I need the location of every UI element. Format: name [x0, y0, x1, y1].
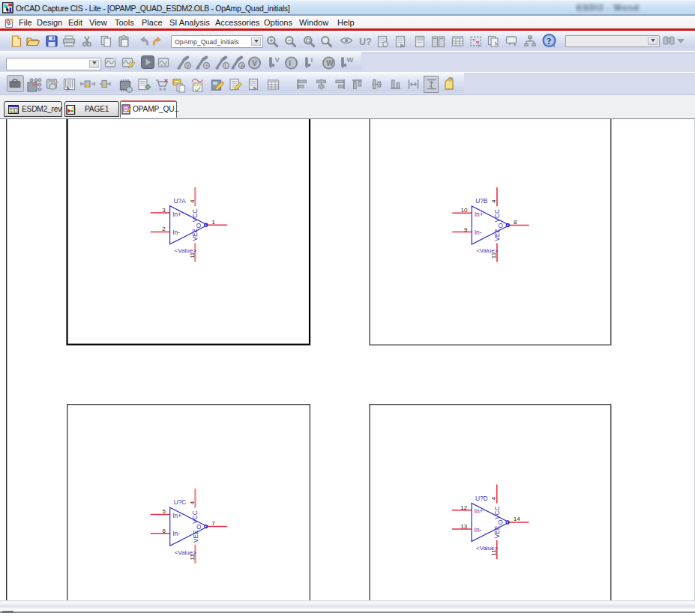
svg-text:VCC: VCC: [493, 507, 501, 520]
svg-text:11: 11: [189, 554, 196, 561]
svg-text:U?A: U?A: [174, 197, 187, 205]
svg-text:VEE: VEE: [493, 526, 501, 539]
svg-text:W: W: [347, 55, 354, 64]
svg-text:4: 4: [490, 497, 497, 501]
svg-text:5: 5: [162, 509, 166, 516]
svg-text:In-: In-: [475, 526, 482, 534]
svg-text:v: v: [187, 62, 190, 69]
svg-text:8: 8: [514, 219, 517, 226]
svg-text:6: 6: [162, 528, 166, 534]
svg-text:In-: In-: [172, 229, 180, 236]
svg-text:I: I: [311, 55, 313, 64]
svg-text:11: 11: [490, 549, 497, 556]
svg-text:U?B: U?B: [475, 197, 488, 205]
svg-text:VCC: VCC: [191, 209, 199, 223]
svg-text:VEE: VEE: [493, 229, 501, 241]
svg-text:13: 13: [460, 523, 467, 530]
svg-text:I: I: [289, 58, 291, 67]
svg-text:10: 10: [460, 207, 467, 214]
svg-text:VCC: VCC: [192, 510, 199, 524]
svg-text:4: 4: [490, 199, 497, 203]
svg-text:V: V: [252, 58, 257, 67]
svg-text:U?C: U?C: [174, 499, 187, 507]
svg-text:In+: In+: [475, 211, 484, 218]
svg-text:2: 2: [162, 226, 166, 233]
svg-text:V: V: [275, 55, 280, 64]
svg-text:VEE: VEE: [191, 229, 199, 241]
svg-text:In+: In+: [475, 508, 484, 516]
svg-text:U?D: U?D: [475, 495, 488, 502]
svg-text:1: 1: [211, 219, 215, 226]
svg-text:In+: In+: [172, 211, 181, 218]
svg-text:14: 14: [514, 516, 520, 523]
svg-text:12: 12: [460, 504, 467, 511]
svg-text:U?: U?: [359, 37, 372, 47]
svg-text:In-: In-: [172, 531, 180, 538]
svg-text:4: 4: [189, 501, 196, 505]
svg-text:11: 11: [490, 253, 497, 259]
svg-text:+: +: [205, 62, 209, 69]
svg-text:4: 4: [189, 199, 196, 203]
svg-text:VCC: VCC: [493, 209, 501, 223]
svg-text:11: 11: [189, 252, 196, 259]
svg-text:9: 9: [464, 226, 468, 233]
svg-text:W: W: [326, 58, 334, 67]
svg-text:?: ?: [547, 35, 551, 46]
svg-text:VEE: VEE: [192, 530, 199, 543]
svg-text:In+: In+: [172, 512, 181, 519]
svg-text:3: 3: [162, 207, 166, 214]
svg-text:w: w: [240, 62, 245, 69]
svg-text:7: 7: [212, 520, 216, 527]
svg-text:In-: In-: [475, 229, 482, 236]
